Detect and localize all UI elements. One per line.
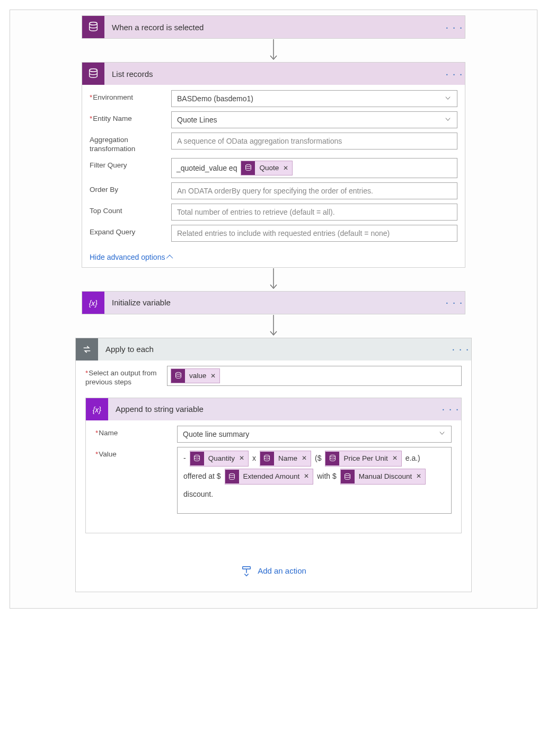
database-icon: [171, 369, 185, 383]
name-label: Name: [95, 426, 177, 438]
list-records-header[interactable]: List records · · ·: [82, 63, 465, 85]
database-icon: [325, 452, 339, 465]
top-count-input[interactable]: Total number of entries to retrieve (def…: [171, 204, 457, 221]
order-by-label: Order By: [90, 182, 171, 195]
token-value[interactable]: value ✕: [171, 368, 220, 383]
list-records-card: List records · · · Environment BASDemo (…: [82, 62, 465, 268]
expand-query-input[interactable]: Related entries to include with requeste…: [171, 225, 457, 242]
close-icon[interactable]: ✕: [304, 470, 309, 483]
loop-icon: [76, 338, 98, 361]
trigger-header[interactable]: When a record is selected · · ·: [82, 16, 465, 38]
chevron-down-icon: [438, 429, 446, 438]
aggregation-label: Aggregation transformation: [90, 133, 171, 154]
close-icon[interactable]: ✕: [239, 452, 244, 465]
append-string-header[interactable]: Append to string variable · · ·: [86, 398, 461, 420]
order-by-input[interactable]: An ODATA orderBy query for specifying th…: [171, 182, 457, 199]
chevron-up-icon: [168, 253, 173, 261]
name-select[interactable]: Quote line summary: [177, 426, 452, 443]
chevron-down-icon: [444, 116, 452, 125]
connector-arrow: [269, 314, 278, 338]
add-action-icon: [241, 565, 252, 577]
connector-arrow: [269, 268, 278, 291]
select-output-label: Select an output from previous steps: [85, 366, 167, 387]
top-count-label: Top Count: [90, 204, 171, 216]
database-icon: [225, 470, 239, 484]
append-string-menu-button[interactable]: · · ·: [440, 403, 461, 415]
token-quantity[interactable]: Quantity✕: [190, 451, 249, 467]
value-input[interactable]: - Quantity✕ x Name✕ ($ Price Per Unit✕ e…: [177, 447, 452, 514]
token-manual-discount[interactable]: Manual Discount✕: [340, 469, 426, 485]
list-records-title: List records: [104, 69, 444, 78]
apply-to-each-menu-button[interactable]: · · ·: [450, 343, 471, 355]
entity-name-label: Entity Name: [90, 111, 171, 124]
apply-to-each-card: Apply to each · · · Select an output fro…: [75, 338, 472, 592]
filter-query-label: Filter Query: [90, 158, 171, 170]
apply-to-each-title: Apply to each: [98, 345, 450, 354]
token-extended-amount[interactable]: Extended Amount✕: [225, 469, 314, 485]
database-icon: [241, 161, 255, 175]
select-output-input[interactable]: value ✕: [167, 366, 462, 386]
database-icon: [190, 452, 204, 465]
environment-select[interactable]: BASDemo (basdemo1): [171, 90, 457, 107]
init-variable-header[interactable]: Initialize variable · · ·: [82, 292, 465, 314]
database-icon: [341, 470, 355, 484]
database-icon: [82, 16, 104, 38]
close-icon[interactable]: ✕: [302, 452, 307, 465]
environment-label: Environment: [90, 90, 171, 102]
init-variable-card: Initialize variable · · ·: [82, 291, 465, 314]
hide-advanced-link[interactable]: Hide advanced options: [90, 253, 173, 261]
trigger-card: When a record is selected · · ·: [82, 15, 465, 39]
close-icon[interactable]: ✕: [283, 164, 288, 172]
list-records-menu-button[interactable]: · · ·: [444, 68, 465, 80]
database-icon: [82, 63, 104, 85]
trigger-menu-button[interactable]: · · ·: [444, 21, 465, 33]
apply-to-each-header[interactable]: Apply to each · · ·: [76, 338, 471, 361]
close-icon[interactable]: ✕: [210, 372, 216, 380]
init-variable-menu-button[interactable]: · · ·: [444, 296, 465, 309]
aggregation-input[interactable]: A sequence of OData aggregation transfor…: [171, 133, 457, 150]
close-icon[interactable]: ✕: [392, 452, 398, 465]
token-price-per-unit[interactable]: Price Per Unit✕: [325, 451, 401, 467]
close-icon[interactable]: ✕: [416, 470, 421, 483]
filter-query-input[interactable]: _quoteid_value eq Quote ✕: [171, 158, 457, 178]
variable-icon: [86, 398, 108, 420]
init-variable-title: Initialize variable: [104, 298, 444, 307]
token-name[interactable]: Name✕: [260, 451, 311, 467]
entity-name-select[interactable]: Quote Lines: [171, 111, 457, 128]
trigger-title: When a record is selected: [104, 23, 444, 32]
flow-canvas: When a record is selected · · · List rec…: [10, 10, 537, 609]
variable-icon: [82, 292, 104, 314]
expand-query-label: Expand Query: [90, 225, 171, 237]
append-string-card: Append to string variable · · · Name Quo…: [85, 398, 462, 533]
chevron-down-icon: [444, 94, 452, 103]
connector-arrow: [269, 39, 278, 62]
database-icon: [260, 452, 274, 465]
add-action-button[interactable]: Add an action: [85, 565, 462, 577]
append-string-title: Append to string variable: [108, 405, 440, 414]
token-quote[interactable]: Quote ✕: [241, 161, 293, 175]
value-label: Value: [95, 447, 177, 459]
